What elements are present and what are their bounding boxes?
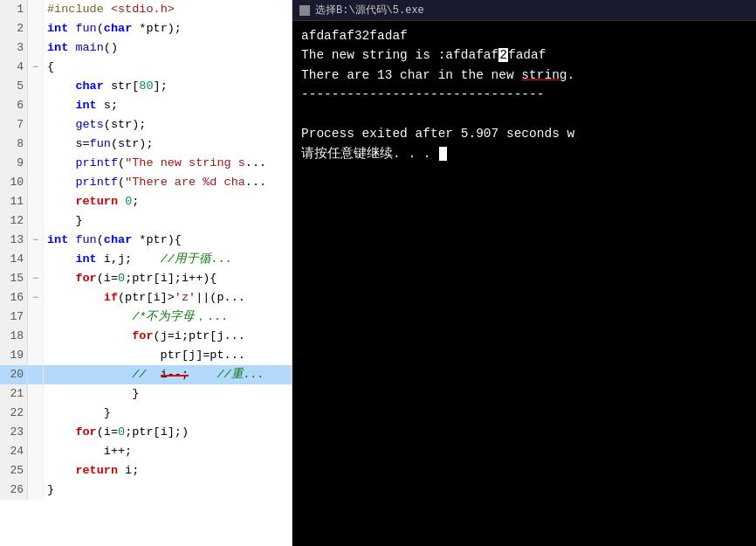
code-line-1: 1 #include <stdio.h> <box>0 0 292 19</box>
code-content-14: int i,j; //用于循... <box>44 250 232 269</box>
code-content-12: } <box>44 211 83 231</box>
code-line-2: 2 int fun(char *ptr); <box>0 19 292 38</box>
line-num-14: 14 <box>0 250 28 269</box>
line-num-1: 1 <box>0 0 28 19</box>
code-content-24: i++; <box>44 442 132 461</box>
line-num-9: 9 <box>0 154 28 173</box>
code-content-17: /*不为字母，... <box>44 308 229 327</box>
code-lines: 1 #include <stdio.h> 2 int fun(char *ptr… <box>0 0 292 546</box>
code-content-5: char str[80]; <box>44 77 168 96</box>
terminal-separator: -------------------------------- <box>301 87 544 101</box>
code-content-3: int main() <box>44 38 118 58</box>
code-line-9: 9 printf("The new string s... <box>0 154 292 173</box>
code-line-4: 4 − { <box>0 58 292 77</box>
code-line-22: 22 } <box>0 404 292 423</box>
code-content-4: { <box>44 58 54 77</box>
code-line-12: 12 } <box>0 211 292 231</box>
code-line-26: 26 } <box>0 480 292 500</box>
code-line-15: 15 − for(i=0;ptr[i];i++){ <box>0 269 292 288</box>
code-panel: 1 #include <stdio.h> 2 int fun(char *ptr… <box>0 0 292 546</box>
fold-13[interactable]: − <box>28 231 44 250</box>
code-line-6: 6 int s; <box>0 96 292 115</box>
code-line-18: 18 for(j=i;ptr[j... <box>0 327 292 346</box>
fold-6 <box>28 96 44 115</box>
fold-23 <box>28 423 44 442</box>
code-content-20: // i--; //重... <box>44 365 265 384</box>
code-content-21: } <box>44 384 139 404</box>
fold-10 <box>28 173 44 192</box>
terminal-title: 选择B:\源代码\5.exe <box>315 3 424 17</box>
fold-16[interactable]: − <box>28 288 44 308</box>
main-container: 1 #include <stdio.h> 2 int fun(char *ptr… <box>0 0 756 546</box>
code-line-21: 21 } <box>0 384 292 404</box>
fold-8 <box>28 135 44 154</box>
fold-20 <box>28 365 44 384</box>
code-content-13: int fun(char *ptr){ <box>44 231 182 250</box>
line-num-21: 21 <box>0 384 28 404</box>
terminal-line-1: afdafaf32fadaf <box>301 29 408 43</box>
fold-25 <box>28 461 44 480</box>
line-num-24: 24 <box>0 442 28 461</box>
code-line-13: 13 − int fun(char *ptr){ <box>0 231 292 250</box>
line-num-17: 17 <box>0 308 28 327</box>
terminal-cursor <box>439 147 447 161</box>
code-line-19: 19 ptr[j]=pt... <box>0 346 292 365</box>
code-content-22: } <box>44 404 111 423</box>
line-num-25: 25 <box>0 461 28 480</box>
fold-4[interactable]: − <box>28 58 44 77</box>
terminal-titlebar: 选择B:\源代码\5.exe <box>292 0 756 21</box>
line-num-16: 16 <box>0 288 28 308</box>
code-content-25: return i; <box>44 461 139 480</box>
code-content-26: } <box>44 480 54 500</box>
fold-17 <box>28 308 44 327</box>
fold-5 <box>28 77 44 96</box>
fold-7 <box>28 115 44 135</box>
line-num-26: 26 <box>0 480 28 500</box>
line-num-7: 7 <box>0 115 28 135</box>
code-line-23: 23 for(i=0;ptr[i];) <box>0 423 292 442</box>
code-content-18: for(j=i;ptr[j... <box>44 327 245 346</box>
fold-9 <box>28 154 44 173</box>
code-line-24: 24 i++; <box>0 442 292 461</box>
code-line-25: 25 return i; <box>0 461 292 480</box>
code-line-20: 20 // i--; //重... <box>0 365 292 384</box>
code-content-7: gets(str); <box>44 115 146 135</box>
line-num-20: 20 <box>0 365 28 384</box>
fold-19 <box>28 346 44 365</box>
fold-24 <box>28 442 44 461</box>
line-num-10: 10 <box>0 173 28 192</box>
fold-14 <box>28 250 44 269</box>
code-line-8: 8 s=fun(str); <box>0 135 292 154</box>
fold-12 <box>28 211 44 231</box>
fold-15[interactable]: − <box>28 269 44 288</box>
fold-22 <box>28 404 44 423</box>
line-num-4: 4 <box>0 58 28 77</box>
code-content-6: int s; <box>44 96 118 115</box>
line-num-3: 3 <box>0 38 28 58</box>
terminal-panel: 选择B:\源代码\5.exe afdafaf32fadaf The new st… <box>292 0 756 546</box>
line-num-5: 5 <box>0 77 28 96</box>
fold-2 <box>28 19 44 38</box>
line-num-18: 18 <box>0 327 28 346</box>
fold-18 <box>28 327 44 346</box>
code-content-23: for(i=0;ptr[i];) <box>44 423 189 442</box>
line-num-19: 19 <box>0 346 28 365</box>
code-content-2: int fun(char *ptr); <box>44 19 182 38</box>
fold-1 <box>28 0 44 19</box>
code-content-8: s=fun(str); <box>44 135 154 154</box>
code-content-9: printf("The new string s... <box>44 154 266 173</box>
code-content-11: return 0; <box>44 192 139 211</box>
line-num-8: 8 <box>0 135 28 154</box>
code-line-5: 5 char str[80]; <box>0 77 292 96</box>
line-num-12: 12 <box>0 211 28 231</box>
line-num-22: 22 <box>0 404 28 423</box>
terminal-continue: 请按任意键继续. . . <box>301 147 447 161</box>
line-num-13: 13 <box>0 231 28 250</box>
fold-3 <box>28 38 44 58</box>
code-content-19: ptr[j]=pt... <box>44 346 245 365</box>
code-content-1: #include <stdio.h> <box>44 0 175 19</box>
code-line-11: 11 return 0; <box>0 192 292 211</box>
code-line-3: 3 int main() <box>0 38 292 58</box>
terminal-exit: Process exited after 5.907 seconds w <box>301 127 574 141</box>
terminal-line-3: There are 13 char in the new string. <box>301 68 574 82</box>
